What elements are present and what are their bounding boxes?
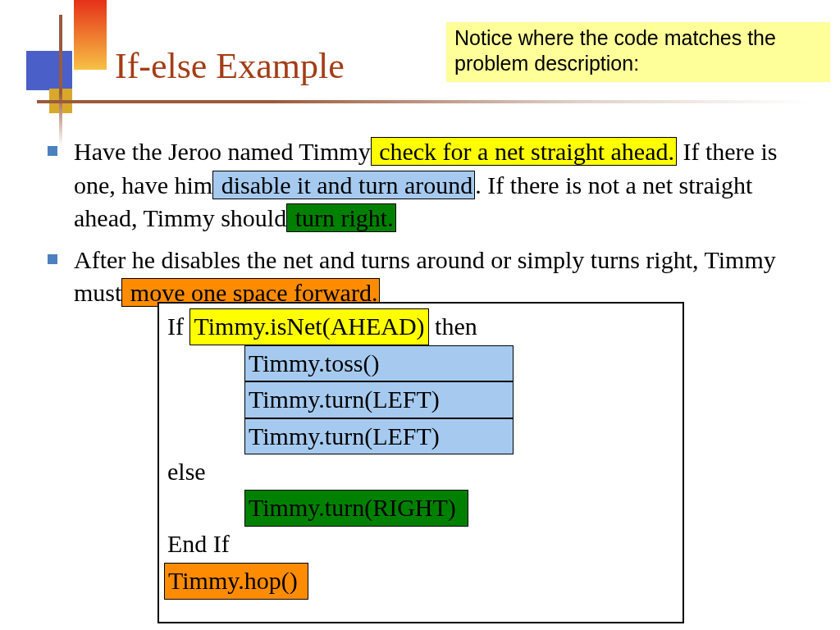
- bullet-marker-icon: [48, 146, 57, 156]
- slide-title: If-else Example: [115, 45, 345, 87]
- bullet-2: After he disables the net and turns arou…: [48, 244, 815, 310]
- code-line-turn-left-2: Timmy.turn(LEFT): [167, 418, 674, 455]
- code-if-keyword: If: [167, 313, 189, 340]
- b1-plain-1: Have the Jeroo named Timmy: [74, 138, 371, 165]
- b1-highlight-blue: disable it and turn around: [212, 171, 475, 199]
- code-line-else: else: [167, 454, 674, 490]
- b1-highlight-green: turn right.: [286, 203, 396, 232]
- code-line-toss: Timmy.toss(): [167, 345, 674, 382]
- bullet-2-text: After he disables the net and turns arou…: [74, 244, 815, 310]
- code-action-blue: Timmy.turn(LEFT): [244, 381, 514, 418]
- code-condition-yellow: Timmy.isNet(AHEAD): [189, 308, 428, 345]
- corner-blue-square: [26, 51, 72, 90]
- corner-vertical-rule: [59, 15, 62, 146]
- code-action-blue: Timmy.toss(): [244, 345, 514, 382]
- notice-callout: Notice where the code matches the proble…: [446, 22, 830, 82]
- bullet-1: Have the Jeroo named Timmy check for a n…: [48, 135, 815, 235]
- title-underline-rule: [37, 100, 808, 103]
- code-box: If Timmy.isNet(AHEAD) then Timmy.toss() …: [158, 302, 684, 623]
- code-line-hop: Timmy.hop(): [167, 561, 674, 600]
- code-then-keyword: then: [429, 313, 477, 340]
- b1-highlight-yellow: check for a net straight ahead.: [371, 137, 677, 166]
- code-action-orange: Timmy.hop(): [164, 563, 308, 600]
- code-action-blue: Timmy.turn(LEFT): [244, 418, 514, 455]
- corner-red-bar: [74, 0, 107, 70]
- code-action-green: Timmy.turn(RIGHT): [244, 490, 468, 527]
- code-line-if: If Timmy.isNet(AHEAD) then: [167, 308, 674, 345]
- code-line-turn-left-1: Timmy.turn(LEFT): [167, 381, 674, 418]
- bullet-1-text: Have the Jeroo named Timmy check for a n…: [74, 135, 815, 235]
- code-line-endif: End If: [167, 527, 674, 562]
- bullet-marker-icon: [48, 254, 57, 264]
- code-line-turn-right: Timmy.turn(RIGHT): [167, 490, 674, 527]
- body-content: Have the Jeroo named Timmy check for a n…: [48, 135, 815, 318]
